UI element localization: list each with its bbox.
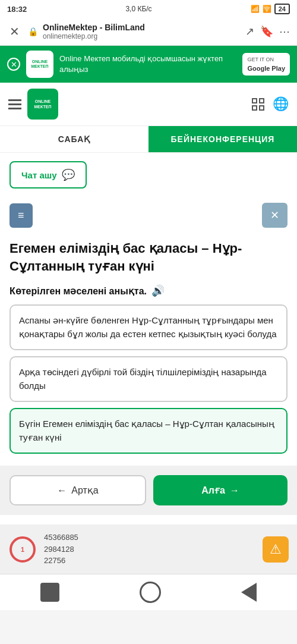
tab-sabak[interactable]: САБАҚ: [0, 126, 148, 152]
back-arrow-icon: ←: [57, 485, 67, 496]
answer-option-3[interactable]: Бүгін Егемен еліміздің бас қаласы – Нұр-…: [10, 408, 287, 454]
browser-actions: ↗ 🔖 ⋯: [245, 25, 291, 38]
nav-back-button[interactable]: [241, 583, 257, 602]
bookmark-icon[interactable]: 🔖: [260, 25, 273, 38]
menu-icon: ≡: [18, 209, 24, 222]
forward-button[interactable]: Алға →: [153, 475, 287, 505]
nav-buttons: ← Артқа Алға →: [0, 466, 297, 515]
browser-bar: ✕ 🔒 OnlineMektep - BilimLand onlinemekte…: [0, 18, 297, 46]
language-icon[interactable]: 🌐: [273, 96, 289, 112]
grid-view-icon[interactable]: [252, 98, 264, 111]
forward-arrow-icon: →: [230, 485, 239, 496]
status-bar: 18:32 3,0 КБ/с 📶 🛜 24: [0, 0, 297, 18]
chat-btn-area: Чат ашу 💬: [0, 153, 297, 197]
warning-button[interactable]: ⚠: [263, 536, 289, 563]
site-logo[interactable]: ONLINE МЕКТЕП: [27, 89, 58, 120]
bottom-nav: [0, 574, 297, 610]
banner-logo: ONLINE МЕКТЕП: [26, 51, 53, 78]
lock-icon: 🔒: [28, 27, 38, 36]
back-button[interactable]: ← Артқа: [10, 475, 146, 505]
banner-logo-text: ONLINE МЕКТЕП: [31, 59, 49, 70]
toolbar-row: ≡ ✕: [10, 197, 287, 234]
instruction-text: Көтерілген мәселені анықта.: [10, 285, 147, 297]
tab-videoconference[interactable]: БЕЙНЕКОНФЕРЕНЦИЯ: [148, 126, 297, 152]
answer-option-2[interactable]: Арқа төсіндегі дүбірлі той біздің тілшіл…: [10, 356, 287, 402]
google-play-button[interactable]: GET IT ON Google Play: [242, 53, 290, 76]
banner-close-button[interactable]: ✕: [7, 58, 20, 71]
answer-option-1[interactable]: Аспаны ән-күйге бөленген Нұр-Сұлтанның т…: [10, 304, 287, 350]
wifi-icon: 🛜: [263, 5, 271, 13]
site-header: ONLINE МЕКТЕП 🌐: [0, 83, 297, 126]
stats-row: 1 45366885 2984128 22756 ⚠: [0, 524, 297, 574]
site-title: OnlineMektep - BilimLand: [43, 23, 241, 32]
answer-options: Аспаны ән-күйге бөленген Нұр-Сұлтанның т…: [10, 304, 287, 454]
status-network: 3,0 КБ/с: [125, 5, 151, 13]
browser-url-area[interactable]: OnlineMektep - BilimLand onlinemektep.or…: [43, 23, 241, 40]
more-icon[interactable]: ⋯: [279, 25, 291, 38]
app-banner: ✕ ONLINE МЕКТЕП Online Мектеп мобильді қ…: [0, 46, 297, 83]
stat-line-3: 22756: [44, 555, 78, 567]
stats-numbers: 45366885 2984128 22756: [44, 532, 78, 567]
back-label: Артқа: [71, 485, 98, 496]
signal-icon: 📶: [251, 5, 260, 13]
forward-label: Алға: [201, 485, 225, 496]
site-url: onlinemektep.org: [43, 32, 241, 40]
share-icon[interactable]: ↗: [245, 25, 254, 38]
banner-text: Online Мектеп мобильді қосымшасын жүктеп…: [59, 54, 236, 75]
stat-line-1: 45366885: [44, 532, 78, 544]
toolbar-menu-button[interactable]: ≡: [10, 203, 33, 228]
status-right-icons: 📶 🛜 24: [251, 4, 290, 14]
status-time: 18:32: [7, 5, 27, 14]
site-header-right: 🌐: [252, 96, 289, 112]
task-instruction: Көтерілген мәселені анықта. 🔊: [10, 284, 287, 297]
chat-open-button[interactable]: Чат ашу 💬: [10, 161, 87, 189]
nav-tabs: САБАҚ БЕЙНЕКОНФЕРЕНЦИЯ: [0, 126, 297, 153]
nav-circle-button[interactable]: [140, 582, 161, 603]
google-play-label: Google Play: [247, 65, 285, 72]
stats-circle: 1: [10, 536, 36, 563]
nav-square-button[interactable]: [40, 583, 59, 602]
google-play-sublabel: GET IT ON: [247, 56, 274, 62]
main-content: ≡ ✕ Егемен еліміздің бас қаласы – Нұр-Сұ…: [0, 197, 297, 524]
browser-close-button[interactable]: ✕: [6, 23, 23, 40]
stat-line-2: 2984128: [44, 544, 78, 555]
battery-icon: 24: [274, 4, 290, 14]
site-logo-text: ONLINE МЕКТЕП: [34, 99, 52, 109]
site-header-left: ONLINE МЕКТЕП: [8, 89, 58, 120]
close-icon: ✕: [270, 209, 279, 221]
hamburger-menu-button[interactable]: [8, 99, 21, 109]
lesson-title: Егемен еліміздің бас қаласы – Нұр-Сұлтан…: [10, 234, 287, 284]
chat-icon: 💬: [62, 168, 75, 181]
toolbar-close-button[interactable]: ✕: [262, 203, 287, 228]
chat-btn-label: Чат ашу: [21, 170, 57, 180]
speaker-icon[interactable]: 🔊: [151, 284, 165, 297]
